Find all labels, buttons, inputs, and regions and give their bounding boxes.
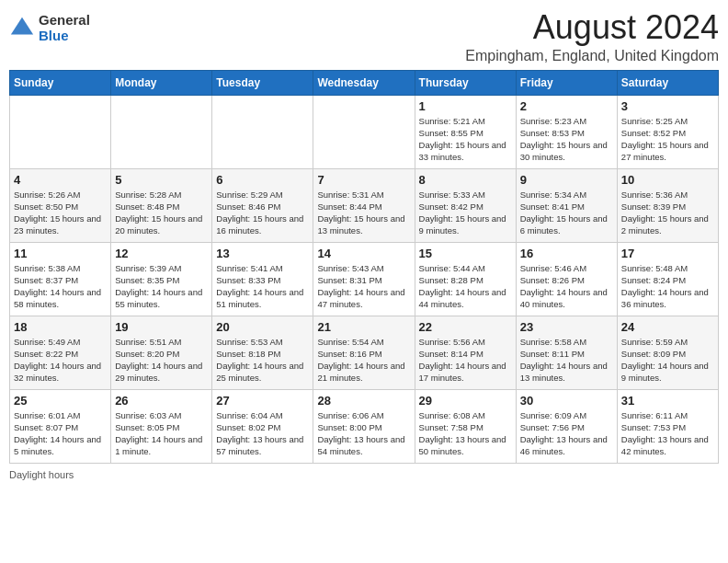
day-info: Sunrise: 5:51 AM Sunset: 8:20 PM Dayligh… [115, 336, 208, 385]
calendar-cell [212, 95, 313, 168]
day-info: Sunrise: 5:23 AM Sunset: 8:53 PM Dayligh… [520, 115, 613, 164]
calendar-cell [313, 95, 415, 168]
day-info: Sunrise: 6:09 AM Sunset: 7:56 PM Dayligh… [520, 409, 613, 458]
calendar-cell: 13Sunrise: 5:41 AM Sunset: 8:33 PM Dayli… [212, 242, 313, 316]
day-info: Sunrise: 5:36 AM Sunset: 8:39 PM Dayligh… [621, 189, 714, 237]
calendar-cell: 10Sunrise: 5:36 AM Sunset: 8:39 PM Dayli… [617, 168, 718, 242]
day-number: 14 [317, 247, 410, 260]
calendar-cell: 18Sunrise: 5:49 AM Sunset: 8:22 PM Dayli… [10, 316, 111, 389]
day-info: Sunrise: 5:25 AM Sunset: 8:52 PM Dayligh… [621, 115, 714, 164]
calendar-cell: 12Sunrise: 5:39 AM Sunset: 8:35 PM Dayli… [111, 242, 212, 316]
calendar-cell: 11Sunrise: 5:38 AM Sunset: 8:37 PM Dayli… [10, 242, 111, 316]
day-info: Sunrise: 6:06 AM Sunset: 8:00 PM Dayligh… [317, 409, 410, 458]
calendar-cell: 29Sunrise: 6:08 AM Sunset: 7:58 PM Dayli… [415, 389, 516, 463]
calendar-cell: 16Sunrise: 5:46 AM Sunset: 8:26 PM Dayli… [516, 242, 617, 316]
day-info: Sunrise: 5:39 AM Sunset: 8:35 PM Dayligh… [115, 262, 208, 311]
calendar-cell: 17Sunrise: 5:48 AM Sunset: 8:24 PM Dayli… [617, 242, 718, 316]
calendar-week-row: 11Sunrise: 5:38 AM Sunset: 8:37 PM Dayli… [10, 242, 719, 316]
day-info: Sunrise: 5:56 AM Sunset: 8:14 PM Dayligh… [419, 336, 512, 385]
day-info: Sunrise: 5:31 AM Sunset: 8:44 PM Dayligh… [317, 189, 410, 237]
day-number: 16 [520, 247, 613, 260]
day-info: Sunrise: 6:08 AM Sunset: 7:58 PM Dayligh… [419, 409, 512, 458]
day-number: 20 [216, 320, 309, 334]
calendar-cell: 15Sunrise: 5:44 AM Sunset: 8:28 PM Dayli… [415, 242, 516, 316]
day-info: Sunrise: 5:59 AM Sunset: 8:09 PM Dayligh… [621, 336, 714, 385]
calendar-day-header: Friday [516, 70, 617, 95]
calendar-cell: 3Sunrise: 5:25 AM Sunset: 8:52 PM Daylig… [617, 95, 718, 168]
day-number: 12 [115, 247, 208, 260]
day-number: 27 [216, 394, 309, 408]
day-info: Sunrise: 5:46 AM Sunset: 8:26 PM Dayligh… [520, 262, 613, 311]
day-info: Sunrise: 6:11 AM Sunset: 7:53 PM Dayligh… [621, 409, 714, 458]
calendar-week-row: 25Sunrise: 6:01 AM Sunset: 8:07 PM Dayli… [10, 389, 719, 463]
day-number: 19 [115, 320, 208, 334]
day-info: Sunrise: 5:34 AM Sunset: 8:41 PM Dayligh… [520, 189, 613, 237]
day-number: 24 [621, 320, 714, 334]
day-info: Sunrise: 5:28 AM Sunset: 8:48 PM Dayligh… [115, 189, 208, 237]
day-info: Sunrise: 5:33 AM Sunset: 8:42 PM Dayligh… [419, 189, 512, 237]
calendar-cell: 5Sunrise: 5:28 AM Sunset: 8:48 PM Daylig… [111, 168, 212, 242]
calendar-body: 1Sunrise: 5:21 AM Sunset: 8:55 PM Daylig… [10, 95, 719, 463]
day-info: Sunrise: 6:03 AM Sunset: 8:05 PM Dayligh… [115, 409, 208, 458]
day-number: 4 [14, 173, 107, 187]
calendar-day-header: Sunday [10, 70, 111, 95]
calendar-cell: 19Sunrise: 5:51 AM Sunset: 8:20 PM Dayli… [111, 316, 212, 389]
page-title: August 2024 [465, 9, 719, 46]
calendar-cell: 28Sunrise: 6:06 AM Sunset: 8:00 PM Dayli… [313, 389, 415, 463]
calendar-cell: 8Sunrise: 5:33 AM Sunset: 8:42 PM Daylig… [415, 168, 516, 242]
day-info: Sunrise: 5:26 AM Sunset: 8:50 PM Dayligh… [14, 189, 107, 237]
calendar-cell: 31Sunrise: 6:11 AM Sunset: 7:53 PM Dayli… [617, 389, 718, 463]
calendar-day-header: Thursday [415, 70, 516, 95]
day-info: Sunrise: 6:04 AM Sunset: 8:02 PM Dayligh… [216, 409, 309, 458]
day-number: 17 [621, 247, 714, 260]
day-number: 21 [317, 320, 410, 334]
day-info: Sunrise: 6:01 AM Sunset: 8:07 PM Dayligh… [14, 409, 107, 458]
calendar-cell: 20Sunrise: 5:53 AM Sunset: 8:18 PM Dayli… [212, 316, 313, 389]
day-info: Sunrise: 5:49 AM Sunset: 8:22 PM Dayligh… [14, 336, 107, 385]
calendar-cell: 24Sunrise: 5:59 AM Sunset: 8:09 PM Dayli… [617, 316, 718, 389]
calendar-cell [10, 95, 111, 168]
day-number: 9 [520, 173, 613, 187]
day-number: 5 [115, 173, 208, 187]
svg-marker-0 [11, 17, 33, 34]
footer-note: Daylight hours [9, 469, 719, 480]
day-number: 6 [216, 173, 309, 187]
day-info: Sunrise: 5:54 AM Sunset: 8:16 PM Dayligh… [317, 336, 410, 385]
day-number: 1 [419, 99, 512, 113]
day-number: 10 [621, 173, 714, 187]
day-number: 11 [14, 247, 107, 260]
calendar-cell: 25Sunrise: 6:01 AM Sunset: 8:07 PM Dayli… [10, 389, 111, 463]
logo-text: General Blue [39, 13, 90, 43]
logo: General Blue [9, 13, 90, 43]
calendar-cell: 21Sunrise: 5:54 AM Sunset: 8:16 PM Dayli… [313, 316, 415, 389]
calendar-header-row: SundayMondayTuesdayWednesdayThursdayFrid… [10, 70, 719, 95]
logo-blue: Blue [39, 29, 90, 44]
calendar-cell: 30Sunrise: 6:09 AM Sunset: 7:56 PM Dayli… [516, 389, 617, 463]
day-number: 7 [317, 173, 410, 187]
day-info: Sunrise: 5:29 AM Sunset: 8:46 PM Dayligh… [216, 189, 309, 237]
day-number: 23 [520, 320, 613, 334]
day-number: 30 [520, 394, 613, 408]
day-info: Sunrise: 5:21 AM Sunset: 8:55 PM Dayligh… [419, 115, 512, 164]
calendar-day-header: Saturday [617, 70, 718, 95]
calendar-cell: 4Sunrise: 5:26 AM Sunset: 8:50 PM Daylig… [10, 168, 111, 242]
day-number: 8 [419, 173, 512, 187]
day-info: Sunrise: 5:38 AM Sunset: 8:37 PM Dayligh… [14, 262, 107, 311]
logo-general: General [39, 13, 90, 29]
day-number: 18 [14, 320, 107, 334]
day-number: 13 [216, 247, 309, 260]
calendar-day-header: Monday [111, 70, 212, 95]
day-info: Sunrise: 5:44 AM Sunset: 8:28 PM Dayligh… [419, 262, 512, 311]
day-info: Sunrise: 5:43 AM Sunset: 8:31 PM Dayligh… [317, 262, 410, 311]
day-number: 28 [317, 394, 410, 408]
calendar-cell: 6Sunrise: 5:29 AM Sunset: 8:46 PM Daylig… [212, 168, 313, 242]
calendar-cell [111, 95, 212, 168]
calendar-week-row: 18Sunrise: 5:49 AM Sunset: 8:22 PM Dayli… [10, 316, 719, 389]
title-block: August 2024 Empingham, England, United K… [465, 9, 719, 64]
day-info: Sunrise: 5:53 AM Sunset: 8:18 PM Dayligh… [216, 336, 309, 385]
day-info: Sunrise: 5:58 AM Sunset: 8:11 PM Dayligh… [520, 336, 613, 385]
calendar-cell: 22Sunrise: 5:56 AM Sunset: 8:14 PM Dayli… [415, 316, 516, 389]
calendar-cell: 23Sunrise: 5:58 AM Sunset: 8:11 PM Dayli… [516, 316, 617, 389]
logo-icon [9, 16, 35, 41]
day-number: 25 [14, 394, 107, 408]
